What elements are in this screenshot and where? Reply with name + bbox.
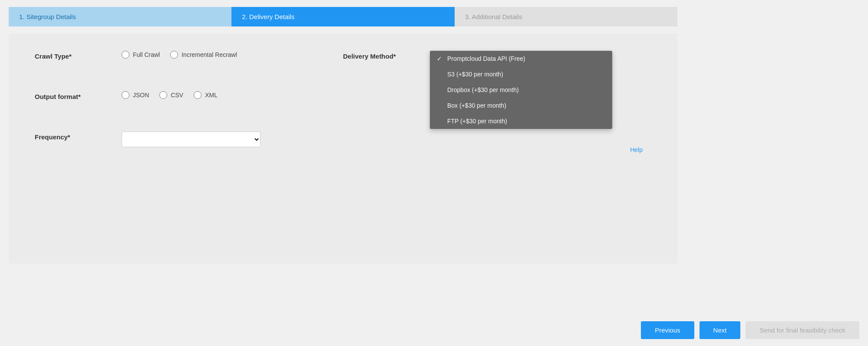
frequency-select-wrapper: Daily Weekly Monthly [122,132,261,147]
delivery-method-dropdown[interactable]: ✓ Promptcloud Data API (Free) S3 (+$30 p… [430,51,612,129]
form-grid: Crawl Type* Full Crawl Incremental Recra… [35,51,651,163]
check-icon-ftp [437,118,444,125]
output-format-row: Output format* JSON CSV XML [35,91,343,100]
output-csv-radio[interactable] [159,91,167,99]
step-tabs: 1. Sitegroup Details 2. Delivery Details… [9,7,677,26]
delivery-box-label: Box (+$30 per month) [447,102,506,109]
delivery-s3-label: S3 (+$30 per month) [447,71,503,78]
frequency-select[interactable]: Daily Weekly Monthly [122,132,261,147]
delivery-option-ftp[interactable]: FTP (+$30 per month) [430,113,612,129]
step-tab-2[interactable]: 2. Delivery Details [231,7,454,26]
crawl-type-incremental-label: Incremental Recrawl [182,51,237,58]
output-json-radio[interactable] [122,91,129,99]
previous-button[interactable]: Previous [641,321,694,339]
crawl-type-full-radio[interactable] [122,51,129,59]
output-xml-label: XML [205,92,218,99]
output-xml-option[interactable]: XML [194,91,218,99]
delivery-option-box[interactable]: Box (+$30 per month) [430,98,612,113]
crawl-type-full-option[interactable]: Full Crawl [122,51,160,59]
crawl-type-incremental-option[interactable]: Incremental Recrawl [170,51,237,59]
delivery-promptcloud-label: Promptcloud Data API (Free) [447,55,525,62]
delivery-ftp-label: FTP (+$30 per month) [447,118,507,125]
frequency-label: Frequency* [35,132,122,141]
delivery-method-row: Delivery Method* ✓ Promptcloud Data API … [343,51,651,60]
crawl-type-row: Crawl Type* Full Crawl Incremental Recra… [35,51,343,60]
output-xml-radio[interactable] [194,91,201,99]
check-icon-s3 [437,71,444,78]
crawl-type-incremental-radio[interactable] [170,51,178,59]
frequency-row: Frequency* Daily Weekly Monthly [35,132,343,147]
output-format-radio-group: JSON CSV XML [122,91,218,99]
output-csv-label: CSV [171,92,183,99]
page-wrapper: 1. Sitegroup Details 2. Delivery Details… [0,0,868,346]
output-json-label: JSON [133,92,149,99]
footer-bar: Previous Next Send for final feasibility… [0,314,868,346]
right-column: Delivery Method* ✓ Promptcloud Data API … [343,51,651,163]
output-json-option[interactable]: JSON [122,91,149,99]
step-tab-1[interactable]: 1. Sitegroup Details [9,7,231,26]
check-icon-box [437,102,444,109]
delivery-dropbox-label: Dropbox (+$30 per month) [447,86,519,93]
form-area: Crawl Type* Full Crawl Incremental Recra… [9,33,677,264]
help-link[interactable]: Help [630,146,643,153]
next-button[interactable]: Next [700,321,741,339]
check-icon: ✓ [437,55,444,62]
delivery-option-s3[interactable]: S3 (+$30 per month) [430,66,612,82]
delivery-option-promptcloud[interactable]: ✓ Promptcloud Data API (Free) [430,51,612,66]
delivery-option-dropbox[interactable]: Dropbox (+$30 per month) [430,82,612,98]
output-format-label: Output format* [35,91,122,100]
output-csv-option[interactable]: CSV [159,91,183,99]
check-icon-dropbox [437,86,444,93]
delivery-method-label: Delivery Method* [343,51,430,60]
left-column: Crawl Type* Full Crawl Incremental Recra… [35,51,343,163]
crawl-type-full-label: Full Crawl [133,51,160,58]
crawl-type-label: Crawl Type* [35,51,122,60]
send-button: Send for final feasibility check [746,321,859,339]
crawl-type-radio-group: Full Crawl Incremental Recrawl [122,51,237,59]
step-tab-3[interactable]: 3. Additional Details [455,7,677,26]
